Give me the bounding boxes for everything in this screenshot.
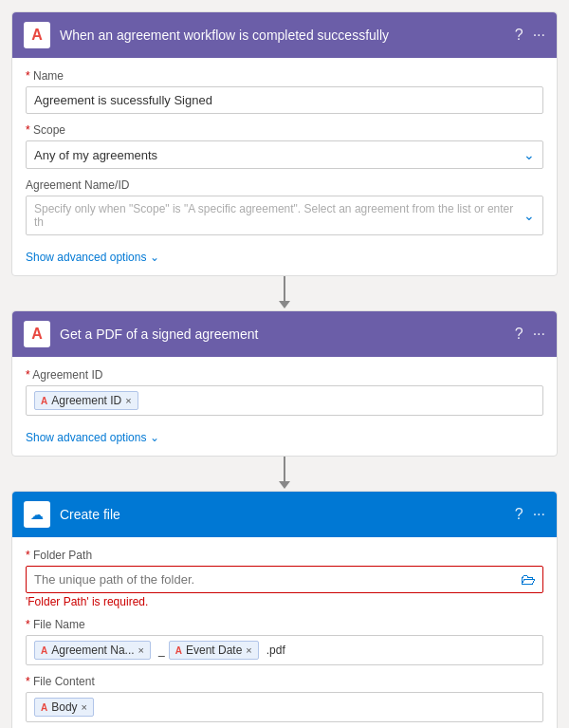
adobe-icon: A (24, 22, 50, 48)
scope-chevron-icon: ⌄ (523, 147, 535, 162)
file-name-label: * File Name (26, 618, 543, 631)
file-name-tag1: A Agreement Na... × (34, 641, 151, 660)
scope-required-star: * (26, 123, 33, 137)
file-name-tag2-text: Event Date (186, 644, 242, 657)
file-name-tag1-icon: A (41, 645, 47, 656)
file-name-tag2: A Event Date × (169, 641, 259, 660)
folder-path-field-group: * Folder Path 🗁 'Folder Path' is require… (26, 549, 543, 608)
step3-card-body: * Folder Path 🗁 'Folder Path' is require… (12, 537, 557, 728)
step2-card: A Get a PDF of a signed agreement ? ··· … (11, 310, 558, 457)
folder-path-required-star: * (26, 549, 33, 562)
agreement-id-tag-text: Agreement ID (51, 394, 121, 407)
file-name-tags-input[interactable]: A Agreement Na... × _ A Event Date × .pd… (26, 635, 543, 665)
arrow-1 (11, 276, 558, 310)
step2-adobe-icon: A (24, 321, 50, 347)
name-required-star: * (26, 69, 33, 83)
name-label: * Name (26, 69, 543, 83)
scope-field-group: * Scope Any of my agreements ⌄ (26, 123, 543, 169)
agreement-placeholder: Specify only when "Scope" is "A specific… (34, 202, 523, 229)
file-name-required-star: * (26, 618, 33, 631)
file-name-tag2-icon: A (175, 645, 182, 656)
file-content-required-star: * (26, 675, 33, 688)
step2-more-icon[interactable]: ··· (533, 326, 545, 343)
agreement-id-label: * Agreement ID (26, 368, 543, 382)
name-field-group: * Name (26, 69, 543, 114)
file-content-field-group: * File Content A Body × (26, 675, 543, 722)
trigger-show-advanced-chevron-icon: ⌄ (150, 251, 159, 264)
file-content-tags-input[interactable]: A Body × (26, 692, 543, 722)
file-name-tag1-close[interactable]: × (138, 644, 144, 656)
step3-help-icon[interactable]: ? (515, 506, 523, 523)
trigger-title: When an agreement workflow is completed … (60, 28, 515, 43)
trigger-more-icon[interactable]: ··· (533, 27, 545, 44)
file-name-field-group: * File Name A Agreement Na... × _ A Even… (26, 618, 543, 665)
agreement-id-tag-close[interactable]: × (125, 395, 131, 406)
trigger-card-header: A When an agreement workflow is complete… (12, 12, 557, 58)
step2-show-advanced-chevron-icon: ⌄ (150, 431, 159, 444)
agreement-chevron-icon: ⌄ (523, 208, 535, 223)
step3-card-header: ☁ Create file ? ··· (12, 492, 557, 537)
step2-card-body: * Agreement ID A Agreement ID × Show adv… (12, 357, 557, 456)
file-name-tag2-close[interactable]: × (246, 644, 251, 656)
agreement-dropdown[interactable]: Specify only when "Scope" is "A specific… (26, 196, 543, 235)
folder-path-error: 'Folder Path' is required. (26, 595, 543, 608)
file-content-tag-close[interactable]: × (82, 701, 87, 713)
trigger-card: A When an agreement workflow is complete… (11, 11, 558, 276)
onedrive-cloud-icon: ☁ (30, 507, 44, 522)
arrow-2 (11, 457, 558, 491)
agreement-field-group: Agreement Name/ID Specify only when "Sco… (26, 178, 543, 235)
trigger-show-advanced[interactable]: Show advanced options ⌄ (26, 251, 159, 264)
step2-help-icon[interactable]: ? (515, 326, 523, 343)
agreement-label: Agreement Name/ID (26, 178, 543, 192)
step2-show-advanced-text: Show advanced options (26, 431, 146, 444)
agreement-id-tags-input[interactable]: A Agreement ID × (26, 385, 543, 416)
file-content-tag: A Body × (34, 698, 94, 717)
agreement-id-tag-icon: A (41, 396, 47, 406)
trigger-card-body: * Name * Scope Any of my agreements ⌄ Ag… (12, 58, 557, 275)
file-content-tag-icon: A (41, 702, 47, 713)
step2-header-icons: ? ··· (515, 326, 545, 343)
step3-card: ☁ Create file ? ··· * Folder Path 🗁 'Fol… (11, 491, 558, 728)
file-name-tag1-text: Agreement Na... (51, 644, 134, 657)
folder-path-label: * Folder Path (26, 549, 543, 562)
folder-icon[interactable]: 🗁 (521, 571, 536, 588)
trigger-header-icons: ? ··· (515, 27, 545, 44)
trigger-help-icon[interactable]: ? (515, 27, 523, 44)
scope-dropdown[interactable]: Any of my agreements ⌄ (26, 140, 543, 169)
step2-title: Get a PDF of a signed agreement (60, 327, 515, 342)
scope-value: Any of my agreements (34, 148, 523, 162)
scope-label: * Scope (26, 123, 543, 137)
folder-path-input[interactable] (26, 566, 543, 593)
step2-card-header: A Get a PDF of a signed agreement ? ··· (12, 311, 557, 357)
file-content-tag-text: Body (51, 700, 77, 714)
trigger-show-advanced-text: Show advanced options (26, 251, 146, 264)
file-name-separator: _ (158, 644, 165, 657)
name-input[interactable] (26, 86, 543, 114)
step3-onedrive-icon: ☁ (24, 501, 50, 528)
step2-show-advanced[interactable]: Show advanced options ⌄ (26, 431, 159, 444)
step3-title: Create file (60, 507, 515, 522)
file-content-label: * File Content (26, 675, 543, 688)
agreement-id-field-group: * Agreement ID A Agreement ID × (26, 368, 543, 416)
step3-header-icons: ? ··· (515, 506, 545, 523)
step3-more-icon[interactable]: ··· (533, 506, 545, 523)
agreement-id-tag: A Agreement ID × (34, 391, 138, 410)
folder-path-input-wrap: 🗁 (26, 566, 543, 593)
file-name-pdf-text: .pdf (266, 644, 285, 657)
